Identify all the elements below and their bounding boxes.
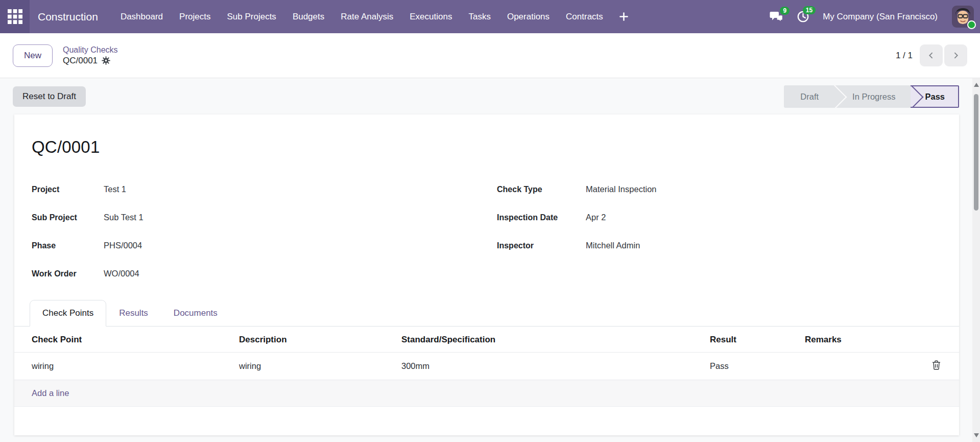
- chevron-left-icon: [927, 51, 936, 60]
- plus-icon[interactable]: [611, 12, 636, 21]
- breadcrumb: Quality Checks QC/0001: [63, 45, 118, 66]
- chevron-right-icon: [951, 51, 960, 60]
- new-button[interactable]: New: [13, 44, 53, 67]
- field-value-sub-project[interactable]: Sub Test 1: [104, 213, 144, 222]
- activities-count-badge: 15: [803, 6, 816, 14]
- user-menu-button[interactable]: [952, 6, 974, 28]
- field-value-inspection-date[interactable]: Apr 2: [586, 213, 606, 222]
- apps-grid-icon: [8, 9, 22, 24]
- pager: 1 / 1: [896, 44, 967, 66]
- control-panel: New Quality Checks QC/0001: [0, 33, 980, 78]
- gear-icon[interactable]: [102, 56, 110, 65]
- menu-item-tasks[interactable]: Tasks: [460, 12, 498, 22]
- cell-check-point[interactable]: wiring: [14, 353, 239, 380]
- company-switcher[interactable]: My Company (San Francisco): [823, 12, 938, 22]
- field-label-work-order: Work Order: [32, 269, 104, 278]
- online-status-dot: [967, 20, 976, 29]
- record-title: QC/0001: [32, 137, 959, 157]
- apps-menu-button[interactable]: [0, 0, 30, 33]
- form-statusbar: Reset to Draft Draft In Progress Pass: [0, 78, 980, 114]
- activities-button[interactable]: 15: [797, 10, 809, 23]
- menu-item-budgets[interactable]: Budgets: [284, 12, 332, 22]
- pager-counter: 1 / 1: [896, 51, 913, 61]
- breadcrumb-current: QC/0001: [63, 56, 98, 66]
- table-row[interactable]: wiring wiring 300mm Pass: [14, 353, 959, 380]
- scrollbar-thumb[interactable]: [974, 94, 978, 211]
- top-navbar: Construction Dashboard Projects Sub Proj…: [0, 0, 980, 33]
- pager-previous-button[interactable]: [920, 44, 943, 66]
- status-steps: Draft In Progress Pass: [784, 85, 959, 108]
- main-menu: Dashboard Projects Sub Projects Budgets …: [112, 12, 636, 22]
- vertical-scrollbar: [972, 78, 980, 442]
- col-header-description: Description: [239, 327, 401, 353]
- check-points-table: Check Point Description Standard/Specifi…: [14, 327, 959, 407]
- cell-result[interactable]: Pass: [710, 353, 805, 380]
- tab-check-points[interactable]: Check Points: [30, 300, 106, 327]
- messages-button[interactable]: 9: [770, 11, 783, 23]
- col-header-remarks: Remarks: [805, 327, 924, 353]
- field-label-inspection-date: Inspection Date: [497, 213, 586, 222]
- menu-item-operations[interactable]: Operations: [499, 12, 558, 22]
- app-name[interactable]: Construction: [38, 11, 98, 23]
- col-header-standard: Standard/Specification: [401, 327, 710, 353]
- field-label-project: Project: [32, 185, 104, 194]
- field-group: Project Test 1 Sub Project Sub Test 1 Ph…: [14, 184, 959, 297]
- menu-item-projects[interactable]: Projects: [171, 12, 219, 22]
- cell-description[interactable]: wiring: [239, 353, 401, 380]
- pager-next-button[interactable]: [944, 44, 967, 66]
- scrollbar-down-arrow[interactable]: [974, 433, 979, 437]
- menu-item-contracts[interactable]: Contracts: [558, 12, 611, 22]
- messages-count-badge: 9: [780, 7, 790, 15]
- tab-results[interactable]: Results: [106, 300, 161, 327]
- field-value-check-type[interactable]: Material Inspection: [586, 184, 657, 194]
- navbar-systray: 9 15 My Company (San Francisco): [770, 6, 974, 28]
- menu-item-executions[interactable]: Executions: [401, 12, 460, 22]
- breadcrumb-parent-link[interactable]: Quality Checks: [63, 45, 118, 55]
- field-label-sub-project: Sub Project: [32, 213, 104, 222]
- tab-documents[interactable]: Documents: [161, 300, 230, 327]
- add-line-row: Add a line: [14, 380, 959, 407]
- form-sheet: QC/0001 Project Test 1 Sub Project Sub T…: [14, 114, 959, 435]
- col-header-actions: [924, 327, 959, 353]
- field-label-phase: Phase: [32, 241, 104, 250]
- field-label-inspector: Inspector: [497, 241, 586, 250]
- menu-item-dashboard[interactable]: Dashboard: [112, 12, 171, 22]
- field-value-inspector[interactable]: Mitchell Admin: [586, 241, 640, 250]
- menu-item-rate-analysis[interactable]: Rate Analysis: [332, 12, 401, 22]
- trash-icon[interactable]: [932, 360, 941, 370]
- col-header-result: Result: [710, 327, 805, 353]
- scrollbar-up-arrow[interactable]: [974, 83, 979, 87]
- field-value-work-order[interactable]: WO/0004: [104, 269, 139, 278]
- status-step-draft[interactable]: Draft: [784, 85, 834, 108]
- reset-to-draft-button[interactable]: Reset to Draft: [13, 86, 86, 107]
- menu-item-sub-projects[interactable]: Sub Projects: [219, 12, 284, 22]
- notebook-tabs: Check Points Results Documents: [14, 300, 959, 327]
- field-value-phase[interactable]: PHS/0004: [104, 241, 142, 250]
- table-header-row: Check Point Description Standard/Specifi…: [14, 327, 959, 353]
- field-value-project[interactable]: Test 1: [104, 184, 126, 194]
- field-label-check-type: Check Type: [497, 185, 586, 194]
- add-a-line-link[interactable]: Add a line: [32, 388, 69, 398]
- cell-remarks[interactable]: [805, 353, 924, 380]
- col-header-check-point: Check Point: [14, 327, 239, 353]
- cell-standard[interactable]: 300mm: [401, 353, 710, 380]
